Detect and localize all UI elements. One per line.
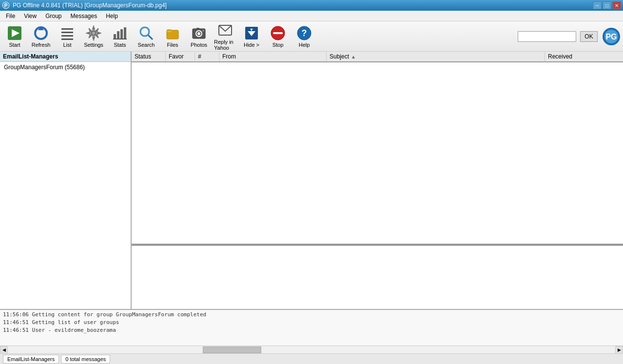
svg-rect-7 — [61, 32, 73, 33]
col-header-received[interactable]: Received — [545, 52, 623, 61]
sidebar: EmailList-Managers GroupManagersForum (5… — [0, 52, 132, 309]
col-header-subject[interactable]: Subject ▲ — [327, 52, 545, 61]
svg-rect-15 — [120, 29, 123, 39]
svg-text:PG: PG — [605, 33, 617, 41]
window-title: PG Offline 4.0.841 (TRIAL) [GroupManager… — [13, 2, 167, 9]
stats-label: Stats — [114, 42, 126, 48]
maximize-button[interactable]: □ — [603, 1, 611, 9]
svg-text:▼: ▼ — [250, 27, 254, 32]
col-header-from[interactable]: From — [219, 52, 327, 61]
svg-rect-27 — [196, 28, 199, 30]
menu-help[interactable]: Help — [102, 12, 122, 20]
status-group: EmailList-Managers — [3, 355, 59, 364]
help-label: Help — [299, 42, 310, 48]
reply-label: Reply in Yahoo — [214, 39, 236, 51]
menu-bar: File View Group Messages Help — [0, 11, 623, 21]
sort-arrow-icon: ▲ — [351, 54, 356, 59]
pg-logo: PG — [602, 27, 621, 46]
message-list[interactable] — [132, 62, 623, 244]
svg-rect-14 — [117, 31, 119, 39]
status-bar: EmailList-Managers 0 total messages — [0, 353, 623, 364]
h-scrollbar: ◀ ▶ — [0, 345, 623, 353]
settings-button[interactable]: Settings — [81, 23, 106, 50]
log-area: 11:56:06 Getting content for group Group… — [0, 309, 623, 345]
toolbar: Start Refresh List — [0, 21, 623, 52]
list-icon — [59, 25, 75, 41]
ok-button[interactable]: OK — [580, 31, 598, 42]
hide-icon: ▼ — [244, 25, 259, 41]
right-panel: Status Favor # From Subject ▲ Received — [132, 52, 623, 309]
col-header-status[interactable]: Status — [132, 52, 166, 61]
sidebar-header: EmailList-Managers — [0, 52, 131, 62]
search-button[interactable]: Search — [134, 23, 159, 50]
svg-point-12 — [92, 32, 95, 35]
col-header-num[interactable]: # — [195, 52, 219, 61]
settings-label: Settings — [84, 42, 103, 48]
menu-view[interactable]: View — [20, 12, 40, 20]
svg-rect-16 — [124, 27, 126, 39]
svg-point-20 — [140, 27, 149, 36]
svg-rect-6 — [61, 28, 73, 30]
toolbar-right: OK PG — [518, 27, 621, 46]
photos-label: Photos — [191, 42, 207, 48]
search-label: Search — [138, 42, 155, 48]
h-scroll-left-button[interactable]: ◀ — [0, 346, 8, 354]
svg-rect-13 — [114, 34, 116, 39]
menu-messages[interactable]: Messages — [67, 12, 101, 20]
stop-icon — [270, 25, 286, 41]
start-icon — [7, 25, 22, 41]
refresh-icon — [33, 25, 49, 41]
start-button[interactable]: Start — [2, 23, 27, 50]
svg-rect-8 — [61, 35, 73, 37]
reply-icon — [217, 22, 233, 38]
settings-icon — [86, 25, 101, 41]
refresh-label: Refresh — [32, 42, 51, 48]
stop-label: Stop — [273, 42, 284, 48]
svg-point-28 — [202, 30, 204, 32]
svg-line-19 — [148, 35, 153, 39]
photos-icon — [191, 25, 207, 41]
svg-rect-22 — [167, 29, 172, 32]
table-header: Status Favor # From Subject ▲ Received — [132, 52, 623, 62]
sidebar-item-group-managers-forum[interactable]: GroupManagersForum (55686) — [0, 62, 131, 73]
search-icon — [138, 25, 154, 41]
close-button[interactable]: ✕ — [612, 1, 621, 9]
app-icon: P — [2, 1, 10, 9]
files-button[interactable]: Files — [160, 23, 185, 50]
list-button[interactable]: List — [55, 23, 80, 50]
hide-label: Hide > — [244, 42, 259, 48]
svg-text:P: P — [4, 3, 8, 8]
preview-pane[interactable] — [132, 246, 623, 309]
start-label: Start — [9, 42, 20, 48]
main-content: EmailList-Managers GroupManagersForum (5… — [0, 52, 623, 309]
svg-point-26 — [197, 32, 200, 35]
help-button[interactable]: ? Help — [292, 23, 317, 50]
svg-text:?: ? — [302, 28, 307, 38]
refresh-button[interactable]: Refresh — [28, 23, 54, 50]
status-message-count: 0 total messages — [61, 355, 110, 364]
title-text: P PG Offline 4.0.841 (TRIAL) [GroupManag… — [2, 1, 167, 9]
stats-icon — [112, 25, 128, 41]
search-input[interactable] — [518, 31, 576, 42]
col-header-favor[interactable]: Favor — [166, 52, 195, 61]
log-line-2: 11:46:51 Getting list of user groups — [3, 319, 620, 326]
svg-rect-9 — [61, 38, 73, 40]
menu-file[interactable]: File — [2, 12, 19, 20]
menu-group[interactable]: Group — [41, 12, 65, 20]
list-label: List — [63, 42, 71, 48]
h-scroll-thumb[interactable] — [203, 346, 261, 353]
title-bar: P PG Offline 4.0.841 (TRIAL) [GroupManag… — [0, 0, 623, 11]
stats-button[interactable]: Stats — [107, 23, 133, 50]
minimize-button[interactable]: ─ — [593, 1, 602, 9]
help-icon: ? — [296, 25, 312, 41]
h-scroll-track[interactable] — [8, 346, 615, 353]
hide-button[interactable]: ▼ Hide > — [239, 23, 264, 50]
stop-button[interactable]: Stop — [265, 23, 291, 50]
files-icon — [165, 25, 180, 41]
log-line-1: 11:56:06 Getting content for group Group… — [3, 311, 620, 319]
photos-button[interactable]: Photos — [186, 23, 212, 50]
files-label: Files — [167, 42, 178, 48]
h-scroll-right-button[interactable]: ▶ — [615, 346, 623, 354]
reply-button[interactable]: Reply in Yahoo — [213, 23, 238, 50]
title-controls: ─ □ ✕ — [593, 1, 621, 9]
